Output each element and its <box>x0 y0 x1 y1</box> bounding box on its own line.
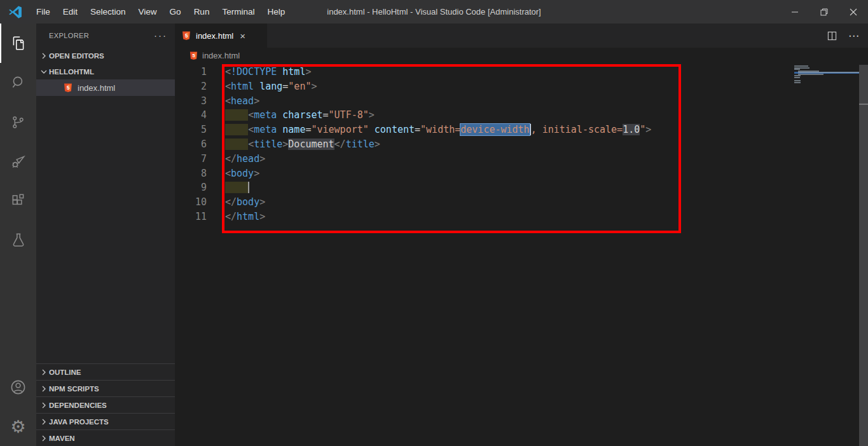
html5-file-icon: 5 <box>181 30 191 41</box>
html5-file-icon: 5 <box>189 51 198 60</box>
chevron-right-icon <box>39 51 49 61</box>
token: > <box>259 196 265 208</box>
line-number: 2 <box>175 79 207 94</box>
activity-bar-spacer <box>0 260 36 367</box>
activity-source-control-button[interactable] <box>0 102 36 142</box>
code-line-2[interactable]: 2<html lang="en"> <box>175 79 868 94</box>
section-outline[interactable]: OUTLINE <box>36 363 175 380</box>
line-number: 5 <box>175 123 207 137</box>
activity-run-debug-button[interactable] <box>0 142 36 181</box>
token: title <box>346 139 375 150</box>
sidebar-bottom-sections: OUTLINENPM SCRIPTSDEPENDENCIESJAVA PROJE… <box>36 363 175 446</box>
activity-extensions-button[interactable] <box>0 181 36 220</box>
token: </ <box>225 211 237 222</box>
code-line-11[interactable]: 11</html> <box>175 210 868 224</box>
sidebar-more-actions-button[interactable]: ··· <box>154 32 167 39</box>
code-line-7[interactable]: 7</head> <box>175 152 868 166</box>
breadcrumb[interactable]: 5 index.html <box>175 48 868 64</box>
code-text: <title>Document</title> <box>225 137 380 152</box>
vertical-scrollbar[interactable] <box>859 64 868 446</box>
token: lang <box>259 81 282 92</box>
minimap-line <box>798 74 823 75</box>
chevron-right-icon <box>39 367 49 377</box>
activity-account-button[interactable] <box>0 367 36 407</box>
menu-help[interactable]: Help <box>261 0 291 24</box>
open-editors-section[interactable]: OPEN EDITORS <box>36 48 175 64</box>
code-line-9[interactable]: 9 <box>175 180 868 195</box>
sidebar-title: EXPLORER <box>49 32 89 39</box>
minimize-button[interactable] <box>780 0 809 24</box>
activity-testing-button[interactable] <box>0 220 36 260</box>
code-line-8[interactable]: 8<body> <box>175 166 868 181</box>
menu-run[interactable]: Run <box>188 0 216 24</box>
section-npm-scripts[interactable]: NPM SCRIPTS <box>36 380 175 396</box>
chevron-right-icon <box>39 400 49 410</box>
section-maven[interactable]: MAVEN <box>36 429 175 446</box>
code-editor[interactable]: 1<!DOCTYPE html>2<html lang="en">3<head>… <box>175 64 868 446</box>
menu-edit[interactable]: Edit <box>57 0 84 24</box>
breadcrumb-file: index.html <box>202 51 240 60</box>
token: < <box>225 168 231 179</box>
token: !DOCTYPE <box>231 66 277 78</box>
sidebar-empty-space <box>36 96 175 363</box>
tab-close-icon[interactable]: × <box>240 31 245 41</box>
activity-search-button[interactable] <box>0 63 36 102</box>
token <box>277 66 282 78</box>
token: charset <box>282 109 322 121</box>
svg-text:5: 5 <box>67 84 70 91</box>
restore-button[interactable] <box>809 0 839 24</box>
file-item-index-html[interactable]: 5 index.html <box>36 79 175 96</box>
close-button[interactable] <box>839 0 868 24</box>
indent-highlight <box>225 139 248 150</box>
code-line-3[interactable]: 3<head> <box>175 94 868 109</box>
chevron-right-icon <box>39 433 49 443</box>
section-label: OUTLINE <box>49 368 81 376</box>
more-actions-icon[interactable]: ⋯ <box>848 29 859 43</box>
source-control-icon <box>10 114 26 130</box>
code-line-10[interactable]: 10</body> <box>175 195 868 210</box>
code-line-4[interactable]: 4 <meta charset="UTF-8"> <box>175 108 868 123</box>
code-line-5[interactable]: 5 <meta name="viewport" content="width=d… <box>175 123 868 137</box>
token: </ <box>225 196 237 208</box>
menu-go[interactable]: Go <box>163 0 188 24</box>
code-text: </html> <box>225 210 265 224</box>
code-line-1[interactable]: 1<!DOCTYPE html> <box>175 65 868 79</box>
split-editor-icon[interactable] <box>827 31 837 41</box>
section-dependencies[interactable]: DEPENDENCIES <box>36 396 175 413</box>
token: content <box>375 124 415 135</box>
open-editors-label: OPEN EDITORS <box>49 52 104 60</box>
line-number: 11 <box>175 210 207 224</box>
menu-view[interactable]: View <box>132 0 163 24</box>
project-root-section[interactable]: HELLOHTML <box>36 64 175 79</box>
code-text: <meta name="viewport" content="width=dev… <box>225 123 651 137</box>
tab-index-html[interactable]: 5 index.html × <box>175 24 268 48</box>
token: "UTF-8" <box>329 109 369 121</box>
indent-highlight <box>225 124 248 135</box>
extensions-icon <box>10 193 27 209</box>
token: = <box>282 81 288 92</box>
indent-highlight <box>225 109 248 121</box>
code-text: <meta charset="UTF-8"> <box>225 108 375 123</box>
menu-file[interactable]: File <box>30 0 57 24</box>
token: > <box>259 211 265 222</box>
window-title: index.html - HelloHtml - Visual Studio C… <box>327 7 541 17</box>
indent-guide <box>248 182 249 193</box>
code-text: <head> <box>225 94 259 109</box>
menu-selection[interactable]: Selection <box>84 0 132 24</box>
token: < <box>225 66 231 78</box>
activity-explorer-button[interactable] <box>0 24 36 63</box>
activity-bar: ⚙ <box>0 24 36 446</box>
restore-icon <box>820 8 828 16</box>
editor-actions: ⋯ <box>827 24 868 48</box>
menu-bar: FileEditSelectionViewGoRunTerminalHelp <box>30 0 291 24</box>
token: "viewport" <box>311 124 368 135</box>
section-java-projects[interactable]: JAVA PROJECTS <box>36 413 175 429</box>
token: = <box>323 109 329 121</box>
code-line-6[interactable]: 6 <title>Document</title> <box>175 137 868 152</box>
scrollbar-thumb[interactable] <box>859 65 868 446</box>
token <box>277 109 282 121</box>
minimap[interactable] <box>794 65 859 87</box>
menu-terminal[interactable]: Terminal <box>216 0 261 24</box>
selected-text: device-width <box>460 124 529 135</box>
activity-settings-button[interactable]: ⚙ <box>0 407 36 446</box>
